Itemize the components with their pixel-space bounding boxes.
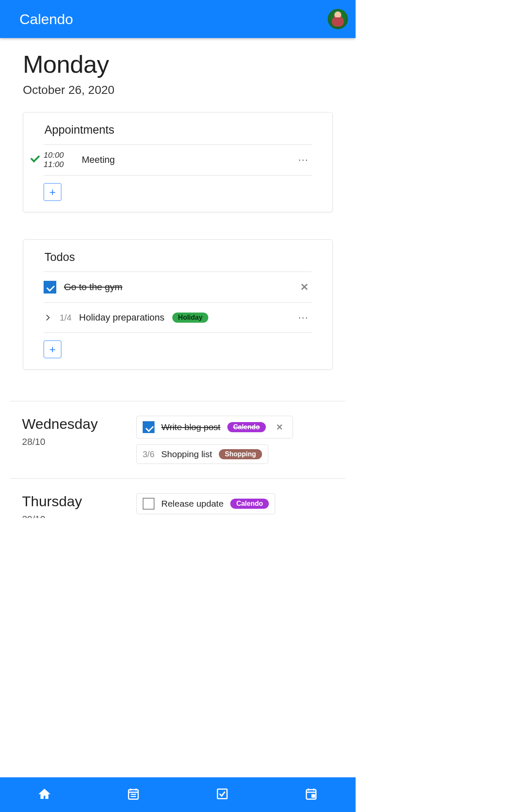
appointment-times: 10:00 11:00	[44, 151, 71, 169]
delete-icon[interactable]: ✕	[297, 280, 312, 295]
todo-checkbox[interactable]	[44, 281, 56, 294]
upcoming-day-date: 29/10	[22, 514, 119, 518]
avatar[interactable]	[328, 9, 348, 29]
upcoming-item-tag: Calendo	[230, 499, 269, 509]
todos-card: Todos Go to the gym ✕ 1/4 Holiday prepar…	[23, 239, 333, 370]
more-icon[interactable]: ···	[295, 310, 312, 325]
upcoming-day: Wednesday 28/10 Write blog post Calendo …	[10, 401, 345, 479]
todos-title: Todos	[44, 251, 312, 272]
upcoming-item-text: Shopping list	[161, 449, 212, 459]
upcoming-day-name: Thursday	[22, 493, 119, 510]
app-title: Calendo	[19, 11, 73, 27]
upcoming-section: Wednesday 28/10 Write blog post Calendo …	[0, 401, 356, 521]
todo-row[interactable]: 1/4 Holiday preparations Holiday ···	[44, 303, 312, 333]
todo-tag: Holiday	[172, 313, 209, 323]
upcoming-item-text: Release update	[161, 499, 224, 509]
upcoming-item-text: Write blog post	[161, 422, 221, 432]
appointments-title: Appointments	[44, 123, 312, 145]
appointment-row[interactable]: 10:00 11:00 Meeting ···	[44, 145, 312, 176]
top-bar: Calendo	[0, 0, 356, 38]
todo-progress: 1/4	[60, 313, 72, 323]
more-icon[interactable]: ···	[295, 153, 312, 167]
todo-row[interactable]: Go to the gym ✕	[44, 272, 312, 303]
todo-text: Go to the gym	[64, 282, 122, 293]
upcoming-day-date: 28/10	[22, 436, 119, 447]
chevron-right-icon[interactable]	[44, 314, 52, 321]
upcoming-item-progress: 3/6	[143, 450, 155, 459]
checkmark-icon	[31, 154, 42, 166]
add-todo-button[interactable]: +	[44, 340, 61, 358]
upcoming-day: Thursday 29/10 Release update Calendo	[10, 479, 345, 521]
todo-checkbox[interactable]	[143, 421, 155, 433]
appointment-start: 10:00	[44, 151, 71, 160]
todo-checkbox[interactable]	[143, 498, 155, 510]
upcoming-item[interactable]: Release update Calendo	[136, 493, 275, 514]
current-day-date: October 26, 2020	[23, 83, 333, 97]
upcoming-item[interactable]: 3/6 Shopping list Shopping	[136, 444, 268, 464]
appointment-end: 11:00	[44, 160, 71, 169]
upcoming-item-tag: Shopping	[219, 449, 262, 459]
appointments-card: Appointments 10:00 11:00 Meeting ··· +	[23, 112, 333, 212]
upcoming-item-tag: Calendo	[227, 422, 266, 432]
add-appointment-button[interactable]: +	[44, 183, 61, 201]
appointment-title: Meeting	[82, 154, 115, 165]
current-day-name: Monday	[23, 50, 333, 78]
upcoming-day-name: Wednesday	[22, 416, 119, 432]
main-content: Monday October 26, 2020 Appointments 10:…	[0, 38, 356, 401]
todo-text: Holiday preparations	[79, 312, 165, 323]
upcoming-item[interactable]: Write blog post Calendo ✕	[136, 416, 293, 439]
delete-icon[interactable]: ✕	[273, 420, 287, 434]
